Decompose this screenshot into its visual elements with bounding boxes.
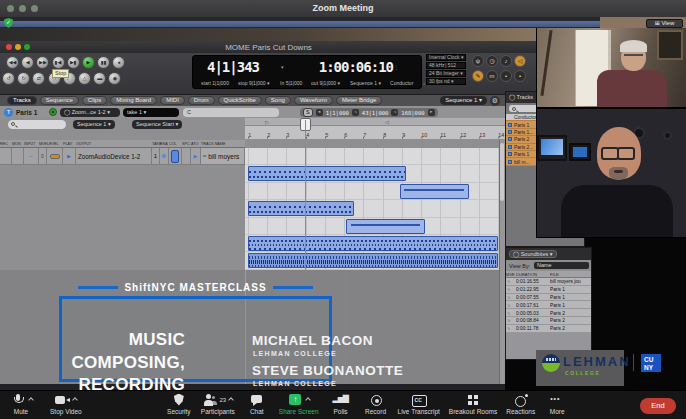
participants-button[interactable]: 23 Participants [201,391,235,419]
timecode-caret-icon[interactable]: ⋮ [394,64,399,70]
timecode-counter[interactable]: 1:00:06:10 [319,59,393,75]
record-button[interactable]: Record [363,391,389,419]
color-cell[interactable] [169,148,182,164]
daw-tab[interactable]: Waveform [294,96,333,105]
column-header[interactable]: ATO [191,142,197,147]
daw-tab[interactable]: Drum [188,96,215,105]
selection-length-counter[interactable]: 168|000 [401,110,424,116]
input-cell[interactable]: -- [24,148,39,164]
output-selector[interactable]: ◯ Zoom...ce 1-2 ▾ [60,108,120,117]
output-cell[interactable]: ZoomAudioDevice 1-2 [76,148,152,164]
column-header[interactable]: COL [169,142,177,147]
column-header[interactable]: PLAY [63,142,71,147]
column-header[interactable]: MVE [39,142,44,147]
audio-clip[interactable] [346,219,425,234]
clip-name-field[interactable]: C [183,108,279,117]
track-search-input[interactable] [8,120,66,129]
transport-field[interactable]: out 9|1|000 ▾ [311,80,340,86]
enable-cell[interactable] [160,148,169,164]
mute-cell[interactable]: 0 [39,148,47,164]
clock-icon[interactable]: ◷ [486,55,498,67]
selection-end-counter[interactable]: 43|1|000 [362,110,389,116]
speaker-mute-icon[interactable]: ♪ [500,55,512,67]
to-start-icon[interactable]: ◂ [316,109,323,116]
track-type-badge[interactable]: T [4,108,13,117]
transport-field[interactable]: stop 9|1|000 ▾ [238,80,270,86]
column-header[interactable]: ENA [160,142,166,147]
daw-tab[interactable]: Clips [82,96,107,105]
memory-icon[interactable]: ↻ [17,72,30,85]
live-transcript-button[interactable]: Live Transcript [398,391,440,419]
track-name-cell[interactable]: ≈bill moyers [201,148,245,164]
column-header[interactable]: INPUT [24,142,33,147]
take-cell[interactable]: 1 [152,148,160,164]
daw-tab[interactable]: MIDI [160,96,185,105]
column-header[interactable]: SPC [182,142,188,147]
breakout-rooms-button[interactable]: Breakout Rooms [449,391,497,419]
skip-to-end-icon[interactable]: ▶▮ [67,56,80,69]
rec-cell[interactable] [0,148,12,164]
soundbite-row[interactable]: ≈ 0:01:22.95 Paris 1 [506,286,591,294]
column-header[interactable]: FILE [550,272,578,277]
more-button[interactable]: More [544,391,570,419]
column-header[interactable]: REC [0,142,7,147]
transport-field[interactable]: Sequence 1 ▾ [350,80,381,86]
daw-tab[interactable]: Sequence [40,96,79,105]
soundbite-row[interactable]: ≈ 0:01:16.55 bill moyers jou [506,278,591,286]
soundbites-panel-title[interactable]: ◯ Soundbites ▾ [509,250,557,258]
marker-icon[interactable]: m [486,70,498,82]
return-to-start-icon[interactable]: ▮◀ [52,56,65,69]
memory-marker-strip[interactable]: ▷ ◁ [245,118,505,126]
aux-dark2-icon[interactable]: • [514,70,526,82]
sequence-dropdown[interactable]: Sequence 1 ▾ [73,120,115,129]
soundbite-row[interactable]: ≈ 0:00:11.78 Paris 2 [506,325,591,333]
mon-cell[interactable] [12,148,24,164]
level-cell[interactable] [47,148,63,164]
gear-icon[interactable]: ⚙ [490,96,500,106]
loop-icon[interactable]: ↺ [2,72,15,85]
speaker-icon[interactable]: ◃ [352,109,359,116]
chevron-up-icon[interactable] [228,397,234,403]
track-row[interactable]: -- 0 ▶ ZoomAudioDevice 1-2 1 ▶ ≈bill moy… [0,148,245,165]
metronome-icon[interactable]: △ [78,72,91,85]
daw-tab[interactable]: Tracks [7,96,37,105]
polls-button[interactable]: Polls [328,391,354,419]
sequence-selector[interactable]: Sequence 1 ▾ [440,96,487,105]
pause-icon[interactable]: ▮▮ [97,56,110,69]
record-icon[interactable]: ● [112,56,125,69]
soundbite-row[interactable]: ≈ 0:00:08.84 Paris 2 [506,317,591,325]
soundbite-row[interactable]: ≈ 0:00:07.55 Paris 1 [506,294,591,302]
punch-out-marker-icon[interactable]: ◁ [385,119,389,125]
mic-icon[interactable]: ψ [472,55,484,67]
audio-clip[interactable] [400,184,469,199]
speaker-icon[interactable]: ◃ [391,109,398,116]
soundbite-row[interactable]: ≈ 0:00:05.03 Paris 2 [506,309,591,317]
column-header[interactable]: TAKE [152,142,157,147]
countoff-icon[interactable]: ▬ [93,72,106,85]
counter-caret-icon[interactable]: ▾ [281,64,284,70]
clock-setting-field[interactable]: 24 Bit Integer ▾ [426,70,466,77]
audio-clip[interactable] [248,236,498,251]
daw-tab[interactable]: Song [265,96,291,105]
selected-track-label[interactable]: Paris 1 [16,109,37,116]
solo-button[interactable]: S [303,108,313,117]
daw-tab[interactable]: QuickScribe [218,96,262,105]
clock-setting-field[interactable]: Internal Clock ▾ [426,54,466,61]
end-meeting-button[interactable]: End [640,398,676,414]
audio-clip[interactable] [248,253,498,268]
column-header[interactable]: OUTPUT [76,142,123,147]
mute-button[interactable]: Mute [8,391,34,419]
scrollbar-thumb[interactable] [500,143,504,201]
column-header[interactable]: MON [12,142,19,147]
daw-tab[interactable]: Meter Bridge [336,96,382,105]
transport-field[interactable]: start 1|1|000 [201,80,229,86]
slave-icon[interactable]: ◉ [108,72,121,85]
security-button[interactable]: Security [166,391,192,419]
view-by-dropdown[interactable]: Name [534,262,589,269]
reactions-button[interactable]: Reactions [506,391,535,419]
play-cell[interactable]: ▶ [63,148,76,164]
take-selector[interactable]: take 1 ▾ [123,108,179,117]
auto-cell[interactable]: ▶ [191,148,201,164]
audio-clip[interactable] [248,201,354,216]
record-enable-dot[interactable] [49,108,57,116]
